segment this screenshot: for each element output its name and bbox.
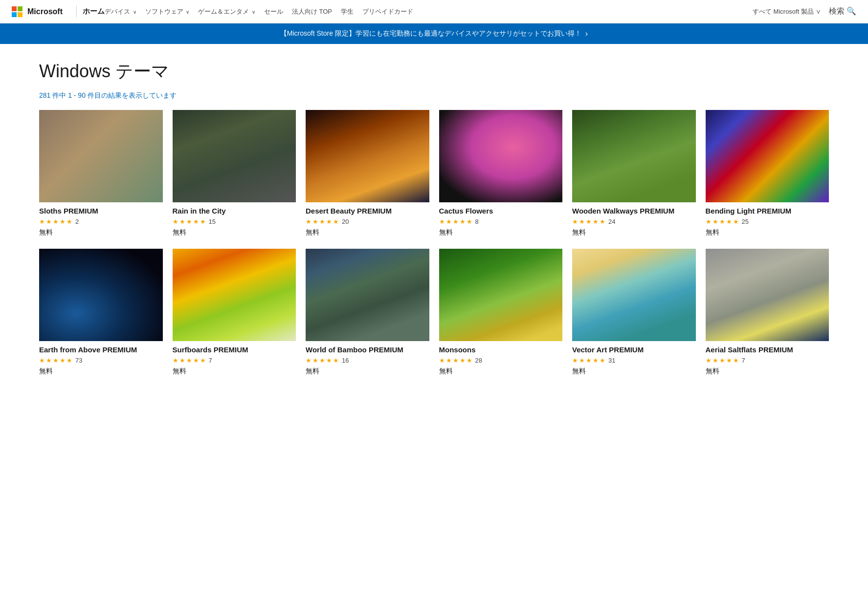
star-filled-icon: ★ bbox=[53, 218, 59, 225]
star-filled-icon: ★ bbox=[726, 357, 732, 364]
star-filled-icon: ★ bbox=[312, 357, 318, 364]
star-rating: ★★★★★ 2 bbox=[39, 218, 163, 225]
star-filled-icon: ★ bbox=[39, 218, 45, 225]
rating-count: 24 bbox=[608, 218, 615, 225]
star-filled-icon: ★ bbox=[712, 218, 718, 225]
star-rating: ★★★★★ 28 bbox=[439, 357, 563, 364]
theme-title: Rain in the City bbox=[173, 206, 296, 216]
theme-card-saltflats[interactable]: Aerial Saltflats PREMIUM ★★★★★ 7 無料 bbox=[706, 249, 829, 376]
rating-count: 25 bbox=[742, 218, 749, 225]
star-filled-icon: ★ bbox=[46, 218, 52, 225]
theme-price: 無料 bbox=[39, 228, 163, 237]
theme-card-earth[interactable]: Earth from Above PREMIUM ★★★★★ 73 無料 bbox=[39, 249, 163, 376]
star-filled-icon: ★ bbox=[600, 218, 605, 225]
theme-card-bending[interactable]: Bending Light PREMIUM ★★★★★ 25 無料 bbox=[706, 110, 829, 237]
theme-price: 無料 bbox=[173, 228, 296, 237]
theme-thumbnail bbox=[306, 249, 429, 341]
svg-rect-1 bbox=[18, 6, 22, 11]
theme-title: Bending Light PREMIUM bbox=[706, 206, 829, 216]
star-filled-icon: ★ bbox=[712, 357, 718, 364]
promo-banner[interactable]: 【Microsoft Store 限定】学習にも在宅勤務にも最適なデバイスやアク… bbox=[0, 23, 868, 44]
star-filled-icon: ★ bbox=[706, 218, 712, 225]
star-filled-icon: ★ bbox=[706, 357, 712, 364]
star-filled-icon: ★ bbox=[439, 357, 445, 364]
theme-title: Wooden Walkways PREMIUM bbox=[572, 206, 696, 216]
star-filled-icon: ★ bbox=[579, 357, 585, 364]
star-filled-icon: ★ bbox=[53, 357, 59, 364]
theme-card-vectorart[interactable]: Vector Art PREMIUM ★★★★★ 31 無料 bbox=[572, 249, 696, 376]
theme-thumbnail bbox=[306, 110, 429, 202]
star-filled-icon: ★ bbox=[453, 357, 459, 364]
svg-rect-0 bbox=[12, 6, 17, 11]
star-filled-icon: ★ bbox=[460, 218, 466, 225]
nav-link-student[interactable]: 学生 bbox=[341, 7, 354, 16]
theme-thumbnail bbox=[572, 110, 696, 202]
banner-chevron-icon: › bbox=[585, 29, 588, 38]
chevron-down-icon: ∨ bbox=[816, 8, 821, 15]
theme-card-rain[interactable]: Rain in the City ★★★★★ 15 無料 bbox=[173, 110, 296, 237]
theme-price: 無料 bbox=[306, 367, 429, 376]
star-filled-icon: ★ bbox=[46, 357, 52, 364]
nav-link-software[interactable]: ソフトウェア ∨ bbox=[145, 7, 190, 16]
star-rating: ★★★★★ 25 bbox=[706, 218, 829, 225]
star-filled-icon: ★ bbox=[193, 218, 199, 225]
theme-card-sloths[interactable]: Sloths PREMIUM ★★★★★ 2 無料 bbox=[39, 110, 163, 237]
theme-title: Surfboards PREMIUM bbox=[173, 345, 296, 355]
star-half-icon: ★ bbox=[733, 357, 739, 364]
theme-thumbnail bbox=[173, 110, 296, 202]
theme-thumbnail bbox=[439, 110, 563, 202]
theme-card-bamboo[interactable]: World of Bamboo PREMIUM ★★★★★ 16 無料 bbox=[306, 249, 429, 376]
nav-link-devices[interactable]: デバイス ∨ bbox=[105, 7, 136, 16]
theme-card-monsoon[interactable]: Monsoons ★★★★★ 28 無料 bbox=[439, 249, 563, 376]
star-rating: ★★★★★ 24 bbox=[572, 218, 696, 225]
theme-card-cactus[interactable]: Cactus Flowers ★★★★★ 8 無料 bbox=[439, 110, 563, 237]
star-half-icon: ★ bbox=[467, 357, 472, 364]
theme-title: Earth from Above PREMIUM bbox=[39, 345, 163, 355]
theme-card-surfboards[interactable]: Surfboards PREMIUM ★★★★★ 7 無料 bbox=[173, 249, 296, 376]
nav-link-games[interactable]: ゲーム＆エンタメ ∨ bbox=[198, 7, 255, 16]
star-half-icon: ★ bbox=[467, 218, 472, 225]
theme-title: Cactus Flowers bbox=[439, 206, 563, 216]
star-filled-icon: ★ bbox=[719, 218, 725, 225]
microsoft-logo[interactable]: Microsoft bbox=[12, 6, 63, 17]
star-rating: ★★★★★ 31 bbox=[572, 357, 696, 364]
all-products-link[interactable]: すべて Microsoft 製品 ∨ bbox=[753, 7, 821, 16]
star-rating: ★★★★★ 15 bbox=[173, 218, 296, 225]
nav-link-sale[interactable]: セール bbox=[264, 7, 283, 16]
theme-title: Sloths PREMIUM bbox=[39, 206, 163, 216]
theme-card-desert[interactable]: Desert Beauty PREMIUM ★★★★★ 20 無料 bbox=[306, 110, 429, 237]
result-count: 281 件中 1 - 90 件目の結果を表示しています bbox=[39, 91, 829, 100]
rating-count: 8 bbox=[475, 218, 479, 225]
star-filled-icon: ★ bbox=[453, 218, 459, 225]
star-filled-icon: ★ bbox=[593, 357, 599, 364]
theme-title: Desert Beauty PREMIUM bbox=[306, 206, 429, 216]
star-filled-icon: ★ bbox=[193, 357, 199, 364]
star-filled-icon: ★ bbox=[439, 218, 445, 225]
star-filled-icon: ★ bbox=[306, 357, 312, 364]
star-filled-icon: ★ bbox=[39, 357, 45, 364]
star-filled-icon: ★ bbox=[186, 218, 192, 225]
star-filled-icon: ★ bbox=[319, 218, 325, 225]
star-filled-icon: ★ bbox=[326, 218, 332, 225]
theme-price: 無料 bbox=[306, 228, 429, 237]
star-filled-icon: ★ bbox=[726, 218, 732, 225]
theme-title: Aerial Saltflats PREMIUM bbox=[706, 345, 829, 355]
nav-home-link[interactable]: ホーム bbox=[83, 7, 105, 16]
nav-link-business[interactable]: 法人向け TOP bbox=[292, 7, 332, 16]
rating-count: 73 bbox=[75, 357, 82, 364]
rating-count: 28 bbox=[475, 357, 482, 364]
star-filled-icon: ★ bbox=[586, 218, 592, 225]
theme-card-wooden[interactable]: Wooden Walkways PREMIUM ★★★★★ 24 無料 bbox=[572, 110, 696, 237]
star-filled-icon: ★ bbox=[446, 357, 452, 364]
star-rating: ★★★★★ 8 bbox=[439, 218, 563, 225]
nav-link-prepaid[interactable]: プリペイドカード bbox=[362, 7, 413, 16]
star-filled-icon: ★ bbox=[572, 218, 578, 225]
theme-price: 無料 bbox=[572, 228, 696, 237]
star-filled-icon: ★ bbox=[306, 218, 312, 225]
star-half-icon: ★ bbox=[67, 357, 72, 364]
theme-price: 無料 bbox=[706, 367, 829, 376]
nav-right: すべて Microsoft 製品 ∨ 検索 🔍 bbox=[753, 6, 856, 17]
theme-thumbnail bbox=[706, 110, 829, 202]
theme-thumbnail bbox=[439, 249, 563, 341]
search-button[interactable]: 検索 🔍 bbox=[829, 6, 856, 17]
